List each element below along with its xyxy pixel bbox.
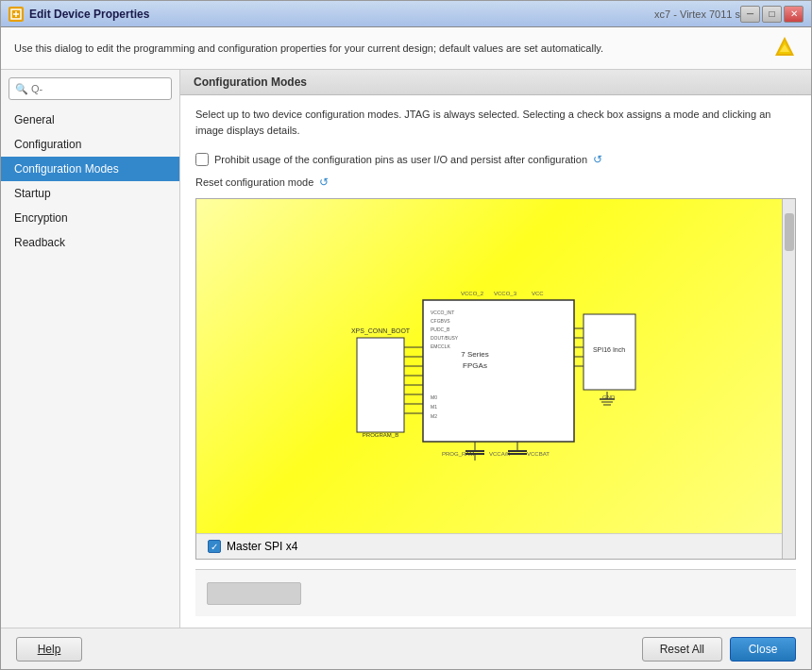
svg-text:M1: M1 [431, 404, 437, 410]
svg-text:CFGBVS: CFGBVS [431, 318, 450, 324]
svg-text:VCCA/K: VCCA/K [489, 451, 510, 457]
caption-label: Master SPI x4 [227, 540, 297, 553]
footer: Help Reset All Close [1, 628, 811, 669]
reset-all-button[interactable]: Reset All [642, 637, 722, 662]
diagram-inner: XPS_CONN_BOOT PROGRAM_B [196, 199, 795, 533]
svg-text:M0: M0 [431, 394, 437, 400]
sidebar-item-encryption[interactable]: Encryption [1, 206, 179, 230]
help-button[interactable]: Help [16, 637, 82, 662]
footer-right: Reset All Close [642, 637, 796, 662]
config-panel: Configuration Modes Select up to two dev… [180, 70, 811, 628]
svg-text:SPI16 Inch: SPI16 Inch [593, 346, 625, 353]
panel-header: Configuration Modes [180, 70, 811, 95]
svg-text:VCCBAT: VCCBAT [527, 451, 550, 457]
diagram-scrollbar[interactable] [782, 199, 795, 559]
svg-text:DOUT/BUSY: DOUT/BUSY [431, 335, 459, 341]
window-controls: ─ □ ✕ [740, 6, 804, 23]
minimize-button[interactable]: ─ [740, 6, 760, 23]
window-icon [8, 7, 24, 22]
prohibit-checkbox[interactable] [195, 153, 209, 166]
schematic-diagram: XPS_CONN_BOOT PROGRAM_B [329, 262, 650, 470]
reset-label: Reset configuration mode [195, 176, 313, 188]
sidebar-item-readback[interactable]: Readback [1, 230, 179, 255]
diagram-caption: ✓ Master SPI x4 [196, 533, 795, 559]
caption-checkbox[interactable]: ✓ [208, 540, 221, 553]
info-bar: Use this dialog to edit the programming … [1, 27, 811, 70]
svg-text:VCCO_INT: VCCO_INT [431, 310, 454, 315]
svg-text:VCCO_2: VCCO_2 [461, 291, 484, 296]
svg-text:EMCCLK: EMCCLK [431, 343, 451, 349]
prohibit-row: Prohibit usage of the configuration pins… [195, 153, 796, 166]
svg-text:VCCO_3: VCCO_3 [494, 291, 517, 296]
reset-refresh-icon[interactable]: ↺ [319, 176, 329, 189]
close-button[interactable]: ✕ [784, 6, 804, 23]
sidebar-item-general[interactable]: General [1, 108, 179, 132]
svg-text:PROGRAM_B: PROGRAM_B [363, 432, 398, 438]
info-text: Use this dialog to edit the programming … [14, 42, 603, 54]
svg-text:M2: M2 [431, 413, 437, 419]
panel-description: Select up to two device configuration mo… [195, 107, 796, 138]
bottom-bar-inner [207, 582, 301, 605]
panel-body: Select up to two device configuration mo… [180, 95, 811, 628]
search-box[interactable]: 🔍 [8, 77, 172, 100]
svg-text:VCC: VCC [532, 291, 544, 296]
footer-left: Help [16, 637, 82, 662]
svg-rect-6 [357, 338, 404, 432]
search-icon: 🔍 [15, 83, 28, 95]
sidebar: 🔍 General Configuration Configuration Mo… [1, 70, 180, 628]
sidebar-item-configuration-modes[interactable]: Configuration Modes [1, 157, 179, 181]
svg-text:FPGAs: FPGAs [463, 361, 487, 370]
svg-text:7 Series: 7 Series [461, 350, 488, 359]
maximize-button[interactable]: □ [762, 6, 782, 23]
scrollbar-thumb [785, 213, 794, 251]
main-window: Edit Device Properties xc7 - Virtex 7011… [0, 0, 812, 670]
close-action-button[interactable]: Close [730, 637, 796, 662]
bottom-panel-area [195, 569, 796, 616]
main-content: 🔍 General Configuration Configuration Mo… [1, 70, 811, 628]
sidebar-item-startup[interactable]: Startup [1, 181, 179, 206]
search-input[interactable] [31, 83, 165, 94]
vivado-logo [771, 35, 798, 61]
diagram-container[interactable]: XPS_CONN_BOOT PROGRAM_B [195, 198, 796, 560]
reset-row: Reset configuration mode ↺ [195, 176, 796, 189]
sidebar-item-configuration[interactable]: Configuration [1, 132, 179, 157]
title-bar: Edit Device Properties xc7 - Virtex 7011… [1, 1, 811, 27]
window-title: Edit Device Properties [29, 8, 647, 21]
window-subtitle: xc7 - Virtex 7011 s [654, 8, 740, 20]
svg-text:XPS_CONN_BOOT: XPS_CONN_BOOT [351, 327, 411, 335]
svg-text:PUDC_B: PUDC_B [431, 327, 450, 332]
prohibit-label: Prohibit usage of the configuration pins… [214, 154, 587, 165]
prohibit-refresh-icon[interactable]: ↺ [593, 153, 602, 166]
